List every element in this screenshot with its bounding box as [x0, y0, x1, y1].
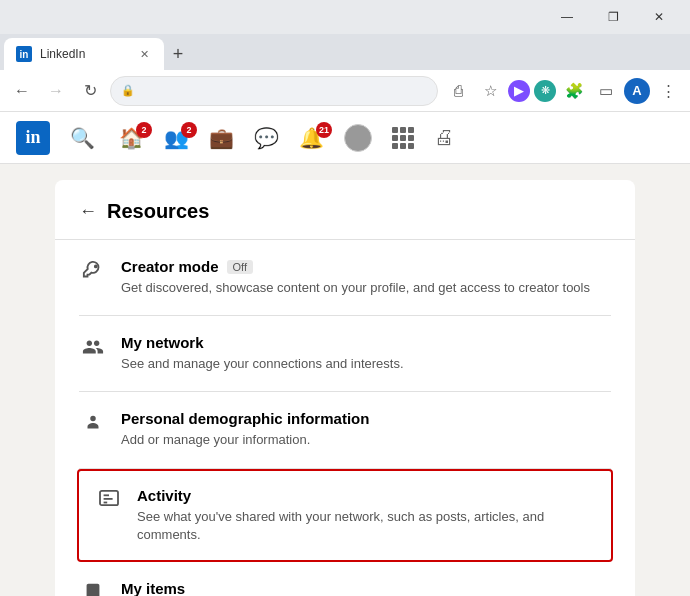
home-badge: 2 — [136, 122, 152, 138]
demographic-content: Personal demographic information Add or … — [121, 410, 611, 449]
my-network-icon — [79, 336, 107, 358]
tab-close-button[interactable]: ✕ — [136, 46, 152, 62]
messaging-nav-item[interactable]: 💬 — [250, 126, 283, 150]
my-network-title: My network — [121, 334, 611, 351]
network-nav-item[interactable]: 👥 2 — [160, 126, 193, 150]
search-icon: 🔍 — [70, 126, 95, 150]
my-network-desc: See and manage your connections and inte… — [121, 355, 611, 373]
tab-title: LinkedIn — [40, 47, 128, 61]
my-items-title: My items — [121, 580, 611, 596]
main-content: ← Resources Creator mode Off Get discove… — [0, 164, 690, 596]
media-button[interactable]: ▶ — [508, 80, 530, 102]
creator-mode-title: Creator mode Off — [121, 258, 611, 275]
resources-card: ← Resources Creator mode Off Get discove… — [55, 180, 635, 596]
linkedin-navbar: in 🔍 🏠 2 👥 2 💼 💬 🔔 21 — [0, 112, 690, 164]
demographic-title: Personal demographic information — [121, 410, 611, 427]
lock-icon: 🔒 — [121, 84, 135, 97]
active-tab[interactable]: in LinkedIn ✕ — [4, 38, 164, 70]
activity-item[interactable]: Activity See what you've shared with you… — [77, 469, 613, 562]
grid-icon — [392, 127, 414, 149]
activity-title: Activity — [137, 487, 595, 504]
demographic-icon — [79, 412, 107, 434]
back-button[interactable]: ← — [79, 201, 97, 222]
address-bar[interactable]: 🔒 — [110, 76, 438, 106]
messaging-icon: 💬 — [254, 126, 279, 150]
back-button[interactable]: ← — [8, 77, 36, 105]
refresh-button[interactable]: ↻ — [76, 77, 104, 105]
page-title: Resources — [107, 200, 209, 223]
maximize-button[interactable]: ❐ — [590, 1, 636, 33]
toolbar-right: ⎙ ☆ ▶ ❋ 🧩 ▭ A ⋮ — [444, 77, 682, 105]
tab-bar: in LinkedIn ✕ + — [0, 34, 690, 70]
work-nav-item[interactable]: 🖨 — [430, 126, 458, 149]
notifications-badge: 21 — [316, 122, 332, 138]
sidebar-icon[interactable]: ▭ — [592, 77, 620, 105]
browser-toolbar: ← → ↻ 🔒 ⎙ ☆ ▶ ❋ 🧩 ▭ A ⋮ — [0, 70, 690, 112]
nav-avatar — [344, 124, 372, 152]
notifications-nav-item[interactable]: 🔔 21 — [295, 126, 328, 150]
demographic-item[interactable]: Personal demographic information Add or … — [79, 392, 611, 468]
back-row: ← Resources — [79, 200, 611, 223]
activity-icon — [95, 489, 123, 507]
linkedin-logo[interactable]: in — [16, 121, 50, 155]
search-nav-item[interactable]: 🔍 — [66, 126, 99, 150]
jobs-icon: 💼 — [209, 126, 234, 150]
extension-icon[interactable]: ❋ — [534, 80, 556, 102]
work-icon: 🖨 — [434, 126, 454, 149]
menu-button[interactable]: ⋮ — [654, 77, 682, 105]
share-icon[interactable]: ⎙ — [444, 77, 472, 105]
creator-mode-item[interactable]: Creator mode Off Get discovered, showcas… — [79, 240, 611, 316]
my-items-icon — [79, 582, 107, 596]
tab-favicon: in — [16, 46, 32, 62]
activity-content: Activity See what you've shared with you… — [137, 487, 595, 544]
my-items-content: My items Keep track of your jobs, course… — [121, 580, 611, 596]
my-network-item[interactable]: My network See and manage your connectio… — [79, 316, 611, 392]
activity-desc: See what you've shared with your network… — [137, 508, 595, 544]
puzzle-icon[interactable]: 🧩 — [560, 77, 588, 105]
demographic-desc: Add or manage your information. — [121, 431, 611, 449]
home-nav-item[interactable]: 🏠 2 — [115, 126, 148, 150]
creator-mode-icon — [79, 260, 107, 282]
my-items-item[interactable]: My items Keep track of your jobs, course… — [79, 562, 611, 596]
new-tab-button[interactable]: + — [164, 40, 192, 68]
creator-mode-content: Creator mode Off Get discovered, showcas… — [121, 258, 611, 297]
creator-mode-desc: Get discovered, showcase content on your… — [121, 279, 611, 297]
minimize-button[interactable]: — — [544, 1, 590, 33]
apps-nav-item[interactable] — [388, 127, 418, 149]
jobs-nav-item[interactable]: 💼 — [205, 126, 238, 150]
profile-nav-item[interactable] — [340, 124, 376, 152]
close-button[interactable]: ✕ — [636, 1, 682, 33]
profile-avatar[interactable]: A — [624, 78, 650, 104]
nav-icons: 🏠 2 👥 2 💼 💬 🔔 21 — [115, 124, 674, 152]
off-badge: Off — [227, 260, 253, 274]
my-network-content: My network See and manage your connectio… — [121, 334, 611, 373]
network-badge: 2 — [181, 122, 197, 138]
star-icon[interactable]: ☆ — [476, 77, 504, 105]
forward-button[interactable]: → — [42, 77, 70, 105]
svg-point-0 — [95, 266, 97, 268]
